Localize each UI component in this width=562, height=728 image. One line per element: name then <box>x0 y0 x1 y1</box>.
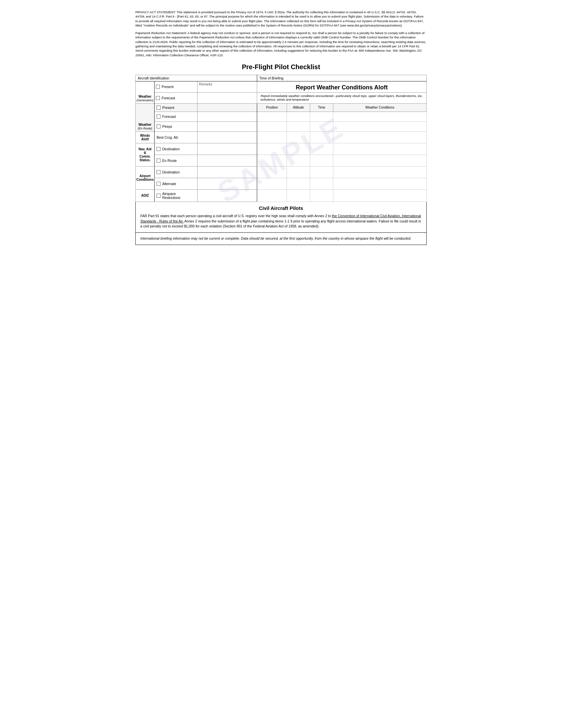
international-text: International briefing information may n… <box>140 236 422 241</box>
aircraft-id-label: Aircraft Identification <box>138 76 169 80</box>
international-section: International briefing information may n… <box>135 233 427 245</box>
adiz-airspace-label: AirspaceRestrictions <box>162 192 180 200</box>
winds-aloft-row: WindsAloft Best Crzg. Alt. <box>136 131 427 143</box>
table-header-row: Aircraft Identification Time of Briefing <box>136 75 427 81</box>
navaid-enroute-row: En Route <box>136 155 427 166</box>
weather-dest-forecast-row: Forecast Report immediately weather cond… <box>136 92 427 103</box>
navaid-enroute-checkbox[interactable] <box>157 159 161 163</box>
report-weather-title-row: Weather(Destination) Present Remarks Rep… <box>136 81 427 92</box>
privacy-para2: Paperwork Reduction Act Statement: A fed… <box>135 31 427 57</box>
report-weather-subtitle: Report immediately weather conditions en… <box>259 93 424 103</box>
weather-enroute-forecast-row: Forecast <box>136 112 427 121</box>
present-dest-label: Present <box>162 85 173 89</box>
navaid-dest-checkbox[interactable] <box>157 147 161 151</box>
adiz-checkbox[interactable] <box>157 194 161 198</box>
forecast-dest-checkbox[interactable] <box>156 96 160 100</box>
forecast-enroute-label: Forecast <box>162 115 176 119</box>
col-headers-row: Weather(En Route) Present Position Altit… <box>136 103 427 112</box>
adiz-row: ADIZ AirspaceRestrictions <box>136 189 427 202</box>
weather-dest-label: Weather(Destination) <box>137 95 154 102</box>
civil-text: FAR Part 91 states that each person oper… <box>140 214 422 229</box>
checklist-table: Aircraft Identification Time of Briefing… <box>135 75 427 202</box>
privacy-para1: PRIVACY ACT STATEMENT: This statement is… <box>135 10 427 27</box>
airport-dest-checkbox[interactable] <box>157 170 161 174</box>
navaid-dest-row: Nav. Aid&Comm.Status. Destination <box>136 143 427 155</box>
civil-section: Civil Aircraft Pilots FAR Part 91 states… <box>135 202 427 233</box>
adiz-label: ADIZ <box>141 194 149 197</box>
present-enroute-checkbox[interactable] <box>157 106 161 110</box>
col-weather-conditions: Weather Conditions <box>365 106 395 109</box>
best-crzg-label: Best Crzg. Alt. <box>157 135 179 139</box>
pireps-checkbox[interactable] <box>157 124 161 128</box>
pireps-label: Pireps <box>162 124 172 128</box>
airport-alternate-label: Alternate <box>162 182 176 186</box>
airport-dest-row: AirportConditions Destination <box>136 166 427 178</box>
col-time: Time <box>318 106 325 109</box>
weather-enroute-label: Weather(En Route) <box>138 123 152 130</box>
col-position: Position <box>266 106 278 109</box>
airport-alternate-checkbox[interactable] <box>157 182 161 186</box>
airport-conditions-label: AirportConditions <box>136 174 154 181</box>
forecast-dest-label: Forecast <box>162 96 175 100</box>
forecast-enroute-checkbox[interactable] <box>157 115 161 119</box>
report-weather-title: Report Weather Conditions Aloft <box>257 81 426 92</box>
weather-enroute-pireps-row: Pireps <box>136 121 427 131</box>
remarks-header: Remarks <box>199 82 212 86</box>
civil-title: Civil Aircraft Pilots <box>140 205 422 211</box>
present-enroute-label: Present <box>162 106 174 110</box>
page-title: Pre-Flight Pilot Checklist <box>135 63 427 71</box>
col-altitude: Altitude <box>293 106 304 109</box>
time-briefing-label: Time of Briefing <box>259 76 283 80</box>
airport-alternate-row: Alternate <box>136 178 427 189</box>
navaid-dest-label: Destination <box>162 147 180 151</box>
present-dest-checkbox[interactable] <box>156 85 160 89</box>
airport-dest-label: Destination <box>162 170 180 174</box>
navaid-enroute-label: En Route <box>162 159 177 163</box>
navaid-label: Nav. Aid&Comm.Status. <box>139 147 152 162</box>
winds-aloft-label: WindsAloft <box>140 134 150 141</box>
